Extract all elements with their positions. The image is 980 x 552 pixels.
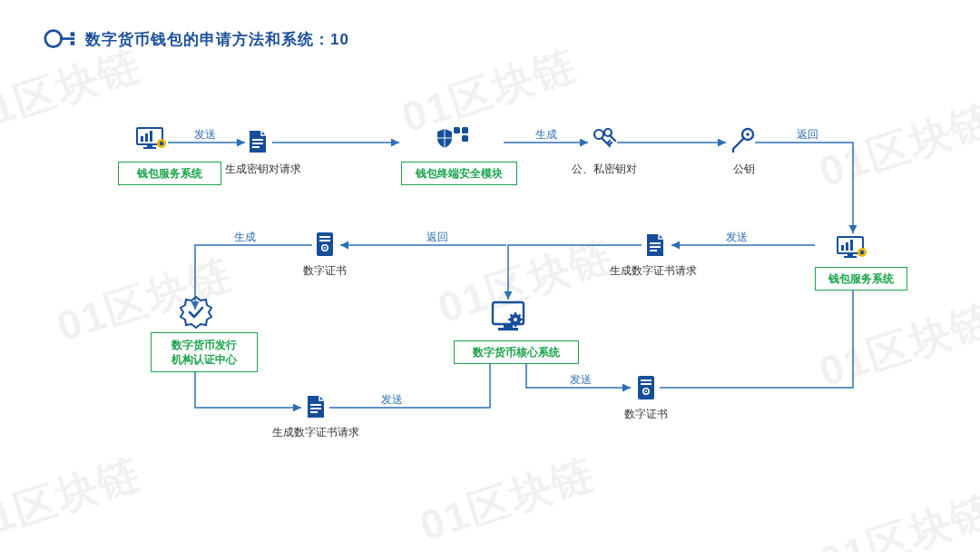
svg-line-57 [519, 315, 521, 317]
edge-send-4: 发送 [570, 372, 592, 388]
document-lines-icon [644, 232, 666, 258]
edge-generate-1: 生成 [535, 127, 557, 143]
document-lines-icon [305, 394, 327, 419]
label-public-key: 公钥 [733, 162, 755, 177]
label-gen-cert-req-bottom: 生成数字证书请求 [272, 425, 359, 440]
svg-rect-22 [462, 127, 468, 133]
svg-rect-12 [145, 133, 148, 142]
certificate-doc-icon [314, 231, 336, 258]
svg-rect-34 [844, 256, 857, 258]
key-icon [730, 127, 755, 154]
svg-rect-15 [143, 147, 156, 149]
svg-rect-41 [319, 236, 330, 238]
svg-rect-21 [454, 127, 460, 133]
svg-rect-14 [147, 145, 152, 147]
keypair-icon [590, 127, 617, 154]
label-gen-key-request: 生成密钥对请求 [225, 162, 301, 177]
svg-point-49 [514, 318, 517, 321]
label-digital-cert-bottom: 数字证书 [624, 407, 668, 422]
svg-rect-58 [310, 404, 321, 406]
monitor-chart-icon [835, 234, 869, 261]
svg-rect-11 [141, 136, 143, 142]
svg-point-36 [860, 251, 864, 254]
svg-line-56 [511, 323, 513, 325]
edge-return-1: 返回 [797, 127, 818, 143]
svg-rect-62 [641, 380, 652, 381]
svg-rect-60 [310, 411, 318, 413]
svg-rect-42 [319, 240, 330, 242]
svg-rect-19 [252, 143, 263, 144]
svg-rect-63 [641, 383, 652, 385]
edge-generate-2: 生成 [234, 230, 256, 245]
label-gen-cert-req-top: 生成数字证书请求 [610, 263, 697, 279]
node-digital-currency-core: 数字货币核心系统 [454, 340, 579, 364]
node-issuer-line2: 机构认证中心 [172, 352, 237, 367]
node-wallet-terminal-security: 钱包终端安全模块 [401, 162, 517, 185]
svg-rect-47 [498, 328, 518, 330]
svg-rect-23 [462, 135, 468, 142]
diagram-canvas: 钱包服务系统 生成密钥对请求 钱包终端安全模块 公、私密钥 [0, 0, 980, 552]
svg-rect-13 [150, 131, 152, 142]
label-keypair: 公、私密钥对 [572, 162, 637, 177]
edge-send-1: 发送 [194, 127, 216, 143]
svg-rect-39 [650, 250, 657, 251]
certificate-doc-icon [635, 374, 657, 401]
monitor-chart-icon [134, 125, 169, 153]
edge-return-2: 返回 [426, 230, 448, 245]
verified-badge-icon [178, 294, 214, 330]
node-wallet-service-left: 钱包服务系统 [118, 162, 221, 185]
svg-point-27 [746, 133, 750, 136]
svg-rect-59 [310, 408, 321, 409]
svg-point-44 [324, 247, 326, 249]
document-lines-icon [247, 129, 269, 154]
svg-line-54 [511, 315, 513, 317]
computer-gear-icon [490, 300, 528, 336]
node-wallet-service-right: 钱包服务系统 [815, 267, 907, 291]
svg-rect-33 [848, 254, 853, 256]
svg-rect-20 [252, 146, 260, 148]
svg-point-17 [160, 142, 163, 145]
label-digital-cert-top: 数字证书 [303, 263, 347, 279]
svg-point-65 [645, 390, 647, 392]
svg-rect-37 [650, 242, 661, 244]
svg-rect-30 [841, 245, 844, 251]
edge-send-3: 发送 [381, 392, 403, 408]
svg-line-55 [519, 323, 521, 325]
node-issuer-line1: 数字货币发行 [172, 338, 237, 352]
svg-rect-31 [846, 242, 848, 251]
svg-rect-32 [850, 240, 853, 251]
node-issuer-cert-center: 数字货币发行 机构认证中心 [151, 332, 258, 372]
shield-modules-icon [437, 127, 468, 154]
svg-rect-38 [650, 246, 661, 248]
svg-rect-18 [252, 139, 263, 141]
edge-send-2: 发送 [726, 230, 748, 245]
